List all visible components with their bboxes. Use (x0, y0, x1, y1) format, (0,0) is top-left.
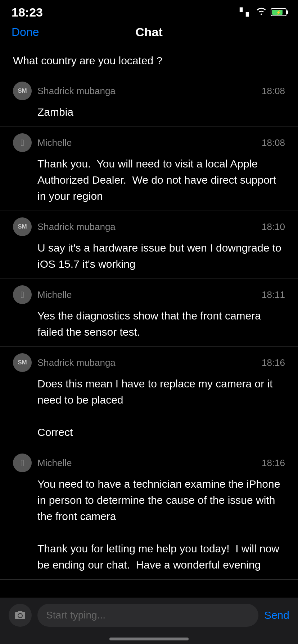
avatar: SM (13, 217, 32, 236)
signal-icon: ▘▖ (240, 8, 252, 17)
message-row: SMShadrick mubanga18:10U say it's a hard… (0, 211, 298, 279)
chat-area: SMShadrick mubanga18:08ZambiaMichelle18… (0, 75, 298, 580)
message-time: 18:10 (262, 221, 285, 233)
home-indicator (109, 638, 189, 640)
status-icons: ▘▖ ⚡ (240, 7, 286, 17)
message-time: 18:16 (262, 457, 285, 469)
message-row: SMShadrick mubanga18:16Does this mean I … (0, 347, 298, 447)
input-placeholder: Start typing... (46, 610, 105, 621)
message-content: You need to have a technician examine th… (13, 476, 285, 573)
battery-icon: ⚡ (271, 8, 286, 16)
avatar: SM (13, 82, 32, 100)
apple-logo-icon:  (21, 137, 24, 148)
sender-name: Michelle (37, 457, 262, 469)
wifi-icon (256, 7, 266, 17)
message-input-wrap[interactable]: Start typing... (37, 604, 258, 627)
message-content: Zambia (13, 104, 285, 120)
message-row: Michelle18:08Thank you. You will need t… (0, 127, 298, 211)
status-time: 18:23 (12, 5, 43, 19)
sender-name: Shadrick mubanga (37, 221, 262, 233)
sender-name: Michelle (37, 289, 262, 300)
message-row: Michelle18:11Yes the diagnostics show t… (0, 279, 298, 347)
camera-button[interactable] (9, 604, 32, 627)
status-bar: 18:23 ▘▖ ⚡ (0, 0, 298, 22)
avatar:  (13, 285, 32, 304)
chat-title: Chat (135, 25, 163, 39)
message-row: Michelle18:16You need to have a technic… (0, 447, 298, 580)
message-content: Thank you. You will need to visit a loca… (13, 156, 285, 204)
message-content: Yes the diagnostics show that the front … (13, 308, 285, 340)
message-time: 18:11 (262, 289, 285, 300)
apple-logo-icon:  (21, 457, 24, 469)
apple-logo-icon:  (21, 289, 24, 300)
question-text: What country are you located ? (13, 55, 162, 66)
question-message: What country are you located ? (0, 45, 298, 75)
nav-bar: Done Chat (0, 22, 298, 45)
sender-name: Michelle (37, 137, 262, 148)
message-row: SMShadrick mubanga18:08Zambia (0, 75, 298, 127)
avatar:  (13, 133, 32, 152)
avatar:  (13, 454, 32, 472)
input-bar: Start typing... Send (0, 598, 298, 644)
avatar: SM (13, 353, 32, 372)
sender-name: Shadrick mubanga (37, 357, 262, 368)
send-button[interactable]: Send (264, 609, 289, 621)
message-content: U say it's a hardware issue but wen I do… (13, 240, 285, 272)
message-time: 18:08 (262, 137, 285, 148)
sender-name: Shadrick mubanga (37, 86, 262, 97)
message-content: Does this mean I have to replace my came… (13, 376, 285, 440)
message-time: 18:16 (262, 357, 285, 368)
done-button[interactable]: Done (12, 26, 39, 39)
message-time: 18:08 (262, 86, 285, 97)
